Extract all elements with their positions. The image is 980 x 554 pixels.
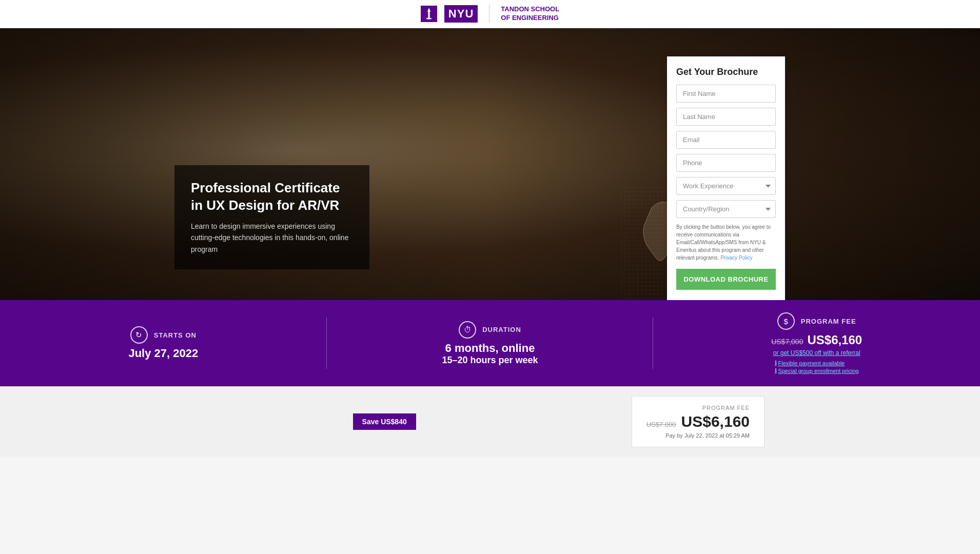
privacy-policy-link[interactable]: Privacy Policy <box>720 255 752 261</box>
hero-description: Learn to design immersive experiences us… <box>191 221 353 255</box>
bottom-original-price: US$7,000 <box>646 421 676 428</box>
clock-icon: ⏱ <box>459 321 476 339</box>
site-header: NYU TANDON SCHOOLOF ENGINEERING <box>0 0 980 28</box>
email-input[interactable] <box>676 131 776 149</box>
hero-title: Professional Certificate in UX Design fo… <box>191 180 353 214</box>
logo-divider <box>489 5 489 23</box>
nyu-torch-icon <box>421 6 437 22</box>
info-icon-2: ℹ <box>775 367 777 374</box>
svg-rect-3 <box>426 18 432 19</box>
work-experience-select[interactable]: Work Experience 0-2 years 3-5 years 6-10… <box>676 177 776 195</box>
program-fee-stat: $ PROGRAM FEE US$7,000 US$6,160 or get U… <box>653 300 980 386</box>
duration-label: DURATION <box>482 326 521 333</box>
brochure-form: Get Your Brochure Work Experience 0-2 ye… <box>667 56 785 300</box>
download-brochure-button[interactable]: DOWNLOAD BROCHURE <box>676 269 776 290</box>
hero-text-box: Professional Certificate in UX Design fo… <box>174 165 369 269</box>
last-name-input[interactable] <box>676 108 776 126</box>
program-fee-label: PROGRAM FEE <box>801 318 856 325</box>
stats-bar: ↻ STARTS ON July 27, 2022 ⏱ DURATION 6 m… <box>0 300 980 386</box>
flexible-payment-link[interactable]: ℹ Flexible payment available <box>775 360 845 366</box>
school-name: TANDON SCHOOLOF ENGINEERING <box>501 5 559 23</box>
fee-details: US$7,000 US$6,160 or get US$500 off with… <box>771 333 862 374</box>
duration-line1: 6 months, online <box>445 342 535 355</box>
dollar-icon: $ <box>777 312 795 330</box>
referral-link[interactable]: or get US$500 off with a referral <box>773 349 860 357</box>
save-badge: Save US$840 <box>353 413 416 430</box>
bottom-fee-box: PROGRAM FEE US$7,000 US$6,160 Pay by Jul… <box>632 396 765 447</box>
program-fee-icon-row: $ PROGRAM FEE <box>777 312 856 330</box>
fee-links: ℹ Flexible payment available ℹ Special g… <box>775 359 859 374</box>
bottom-fee-row: US$7,000 US$6,160 <box>646 413 750 430</box>
starts-on-value: July 27, 2022 <box>128 347 198 360</box>
country-region-select[interactable]: Country/Region United States India Unite… <box>676 200 776 218</box>
phone-input[interactable] <box>676 154 776 172</box>
duration-stat: ⏱ DURATION 6 months, online 15–20 hours … <box>327 300 654 386</box>
first-name-input[interactable] <box>676 85 776 103</box>
starts-on-stat: ↻ STARTS ON July 27, 2022 <box>0 300 327 386</box>
duration-icon-row: ⏱ DURATION <box>459 321 521 339</box>
original-price: US$7,000 <box>771 338 803 346</box>
duration-line2: 15–20 hours per week <box>442 355 538 366</box>
form-disclaimer: By clicking the button below, you agree … <box>676 223 776 262</box>
starts-on-icon-row: ↻ STARTS ON <box>130 326 197 344</box>
info-icon-1: ℹ <box>775 360 777 366</box>
bottom-sticky-bar: Save US$840 PROGRAM FEE US$7,000 US$6,16… <box>0 386 980 457</box>
nyu-wordmark: NYU <box>444 5 478 23</box>
starts-on-label: STARTS ON <box>154 331 197 339</box>
group-pricing-link[interactable]: ℹ Special group enrollment pricing <box>775 367 859 374</box>
work-experience-wrapper: Work Experience 0-2 years 3-5 years 6-10… <box>676 177 776 195</box>
bottom-current-price: US$6,160 <box>681 413 750 430</box>
hero-section: Professional Certificate in UX Design fo… <box>0 28 980 300</box>
bottom-pay-by: Pay by July 22, 2022 at 05:29 AM <box>646 432 750 439</box>
form-title: Get Your Brochure <box>676 67 776 77</box>
country-region-wrapper: Country/Region United States India Unite… <box>676 200 776 218</box>
current-price: US$6,160 <box>807 333 862 347</box>
calendar-icon: ↻ <box>130 326 148 344</box>
bottom-fee-label: PROGRAM FEE <box>646 405 750 411</box>
logo-container: NYU TANDON SCHOOLOF ENGINEERING <box>421 5 559 23</box>
hero-content: Professional Certificate in UX Design fo… <box>0 28 980 300</box>
